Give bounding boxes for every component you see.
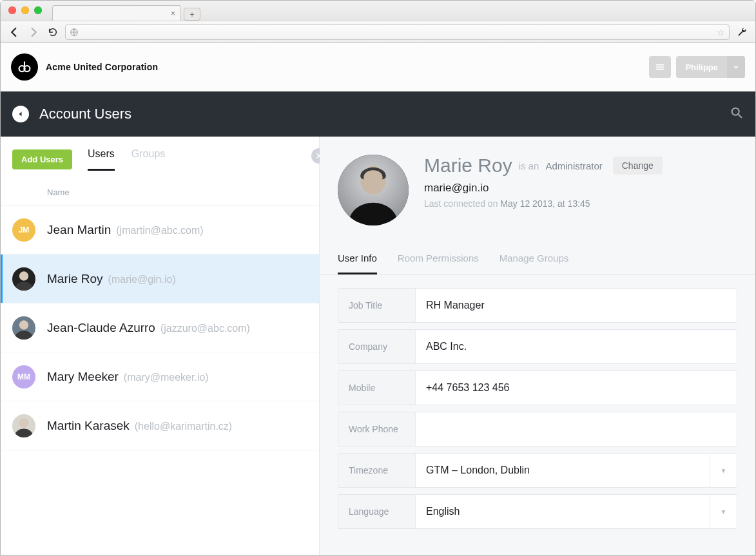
- user-name: Marie Roy: [47, 272, 103, 286]
- profile-role: Administrator: [545, 160, 602, 171]
- bookmark-star-icon[interactable]: ☆: [717, 27, 725, 37]
- field-company[interactable]: Company ABC Inc.: [338, 329, 737, 364]
- chevron-down-icon[interactable]: ▼: [710, 495, 737, 528]
- label-language: Language: [338, 495, 416, 528]
- address-bar[interactable]: ☆: [65, 24, 730, 40]
- tab-room-permissions[interactable]: Room Permissions: [398, 245, 479, 274]
- forward-icon[interactable]: [26, 25, 41, 39]
- browser-chrome: × ＋ ☆: [1, 1, 755, 43]
- user-email: (marie@gin.io): [108, 274, 176, 285]
- field-mobile[interactable]: Mobile +44 7653 123 456: [338, 370, 737, 405]
- new-tab-button[interactable]: ＋: [184, 8, 200, 21]
- window-close-icon[interactable]: [8, 6, 16, 14]
- last-connected-prefix: Last connected on: [424, 198, 498, 209]
- window-minimize-icon[interactable]: [21, 6, 29, 14]
- brand: Acme United Corporation: [11, 53, 158, 81]
- field-work-phone[interactable]: Work Phone: [338, 412, 737, 446]
- value-language[interactable]: English: [416, 495, 710, 528]
- profile-avatar[interactable]: [338, 155, 409, 225]
- avatar: [12, 414, 35, 437]
- menu-button[interactable]: [649, 56, 671, 78]
- back-button[interactable]: [12, 106, 29, 122]
- value-job-title[interactable]: RH Manager: [416, 289, 737, 322]
- tab-users[interactable]: Users: [88, 148, 115, 171]
- tab-manage-groups[interactable]: Manage Groups: [499, 245, 569, 274]
- value-company[interactable]: ABC Inc.: [416, 330, 737, 363]
- user-name: Martin Karasek: [47, 419, 130, 433]
- window-controls: [8, 6, 42, 14]
- brand-name: Acme United Corporation: [46, 62, 158, 72]
- close-icon[interactable]: ×: [171, 9, 175, 18]
- user-name: Mary Meeker: [47, 370, 119, 384]
- avatar: JM: [12, 218, 35, 242]
- avatar: MM: [12, 365, 35, 388]
- current-user-name: Philippe: [676, 62, 727, 72]
- label-company: Company: [338, 330, 416, 363]
- user-detail-panel: Marie Roy is an Administrator Change mar…: [320, 137, 755, 556]
- svg-point-6: [19, 418, 28, 427]
- main-content: Add Users Users Groups ✕ Name JMJean Mar…: [1, 137, 755, 556]
- globe-icon: [70, 28, 79, 37]
- svg-point-3: [732, 108, 739, 115]
- profile-name: Marie Roy: [424, 155, 512, 177]
- user-name: Jean Martin: [47, 223, 111, 237]
- profile-email: marie@gin.io: [424, 182, 737, 195]
- list-tabs: Users Groups: [88, 148, 165, 171]
- field-timezone[interactable]: Timezone GTM – London, Dublin ▼: [338, 453, 737, 488]
- detail-tabs: User Info Room Permissions Manage Groups: [320, 245, 755, 275]
- user-email: (mary@meeker.io): [124, 372, 209, 383]
- last-connected-value: May 12 2013, at 13:45: [500, 198, 590, 209]
- browser-tabbar: × ＋: [52, 4, 748, 21]
- user-name: Jean-Claude Azurro: [47, 321, 155, 335]
- label-work-phone: Work Phone: [338, 412, 416, 446]
- section-header: Account Users: [1, 91, 755, 137]
- value-mobile[interactable]: +44 7653 123 456: [416, 371, 737, 405]
- user-row[interactable]: Marie Roy(marie@gin.io): [1, 254, 319, 303]
- brand-logo-icon[interactable]: [11, 53, 38, 81]
- value-timezone[interactable]: GTM – London, Dublin: [416, 454, 710, 487]
- field-language[interactable]: Language English ▼: [338, 494, 737, 529]
- profile-role-prefix: is an: [519, 160, 539, 171]
- label-mobile: Mobile: [338, 371, 416, 405]
- value-work-phone[interactable]: [416, 412, 737, 446]
- reload-icon[interactable]: [46, 25, 60, 39]
- wrench-icon[interactable]: [735, 25, 749, 39]
- user-list: JMJean Martin(jmartin@abc.com)Marie Roy(…: [1, 206, 319, 556]
- change-role-button[interactable]: Change: [613, 157, 663, 175]
- label-job-title: Job Title: [338, 289, 416, 322]
- browser-tab[interactable]: ×: [52, 5, 181, 21]
- column-header-name: Name: [1, 171, 319, 206]
- chevron-down-icon: [727, 56, 745, 78]
- current-user-menu[interactable]: Philippe: [676, 56, 745, 78]
- user-row[interactable]: MMMary Meeker(mary@meeker.io): [1, 352, 319, 401]
- app-header: Acme United Corporation Philippe: [1, 43, 755, 91]
- user-row[interactable]: JMJean Martin(jmartin@abc.com): [1, 206, 319, 254]
- user-email: (hello@karimartin.cz): [135, 421, 232, 432]
- back-icon[interactable]: [7, 25, 21, 39]
- label-timezone: Timezone: [338, 454, 416, 487]
- chevron-down-icon[interactable]: ▼: [710, 454, 737, 487]
- user-row[interactable]: Jean-Claude Azurro(jazzuro@abc.com): [1, 303, 319, 352]
- user-email: (jmartin@abc.com): [116, 225, 203, 236]
- window-zoom-icon[interactable]: [34, 6, 42, 14]
- users-panel: Add Users Users Groups ✕ Name JMJean Mar…: [1, 137, 320, 556]
- browser-toolbar: ☆: [1, 21, 755, 43]
- add-users-button[interactable]: Add Users: [12, 149, 72, 169]
- search-button[interactable]: [730, 106, 744, 122]
- avatar: [12, 267, 35, 291]
- svg-point-4: [19, 271, 28, 280]
- field-job-title[interactable]: Job Title RH Manager: [338, 288, 737, 323]
- svg-point-5: [19, 320, 28, 329]
- user-info-form: Job Title RH Manager Company ABC Inc. Mo…: [320, 275, 755, 542]
- tab-user-info[interactable]: User Info: [338, 245, 377, 274]
- profile-header: Marie Roy is an Administrator Change mar…: [320, 137, 755, 237]
- user-email: (jazzuro@abc.com): [160, 323, 250, 334]
- page-title: Account Users: [39, 106, 131, 122]
- url-input[interactable]: [82, 27, 717, 37]
- user-row[interactable]: Martin Karasek(hello@karimartin.cz): [1, 401, 319, 450]
- avatar: [12, 316, 35, 340]
- tab-groups[interactable]: Groups: [131, 148, 165, 171]
